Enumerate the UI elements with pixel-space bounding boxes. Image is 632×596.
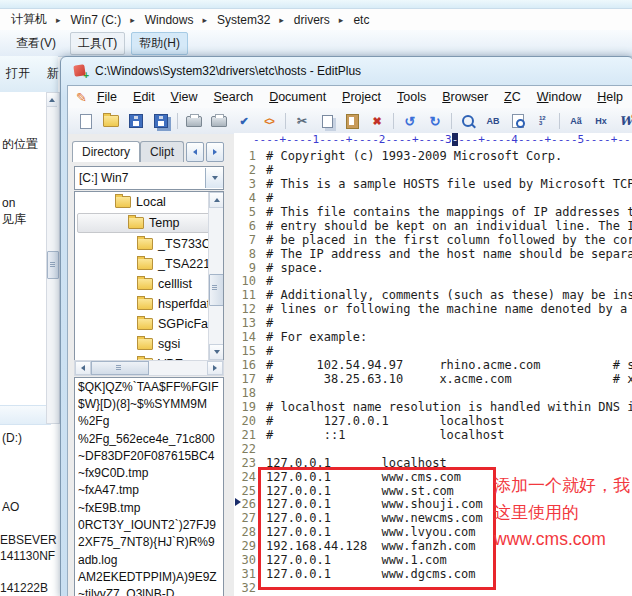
tree-hscrollbar[interactable] xyxy=(74,360,224,376)
menu-item[interactable]: ZC xyxy=(496,88,529,106)
file-item[interactable]: %2Fg xyxy=(75,413,223,430)
scroll-right-button[interactable] xyxy=(207,361,223,375)
folder-tree[interactable]: Local Temp _TS733C.t _TSA221.t celllist … xyxy=(74,191,224,361)
file-item[interactable]: $QK]QZ%`TAA$FF%FGIF xyxy=(75,378,223,395)
editor-line[interactable]: 23127.0.0.1 localhost xyxy=(234,457,632,471)
tree-scrollbar[interactable] xyxy=(208,192,223,360)
tab-scroll-right-button[interactable] xyxy=(206,142,224,162)
editor-line[interactable]: 16# 102.54.94.97 rhino.acme.com # source… xyxy=(234,359,632,373)
menu-tools[interactable]: 工具(T) xyxy=(70,32,125,55)
file-item[interactable]: ~fxA47.tmp xyxy=(75,482,223,499)
menu-item[interactable]: Search xyxy=(206,88,262,106)
editor-line[interactable]: 19# localhost name resolution is handled… xyxy=(234,401,632,415)
scrollbar-thumb[interactable] xyxy=(47,251,59,279)
editor-line[interactable]: 10# xyxy=(234,275,632,289)
hex-view-button[interactable]: Hx xyxy=(589,110,613,133)
save-button[interactable] xyxy=(124,110,148,133)
tree-item-selected[interactable]: Temp xyxy=(77,213,221,233)
breadcrumb-item[interactable]: Win7 (C:) xyxy=(66,12,140,28)
editor-line[interactable]: 21# ::1 localhost xyxy=(234,429,632,443)
file-item[interactable]: AM2EKEDTPPIM)A)9E9Z xyxy=(75,568,223,585)
file-item[interactable]: adb.log xyxy=(75,551,223,568)
tab-directory[interactable]: Directory xyxy=(72,141,140,162)
editor-line[interactable]: 11# Additionally, comments (such as thes… xyxy=(234,289,632,303)
tree-item[interactable]: Local xyxy=(75,192,223,212)
undo-button[interactable]: ↺ xyxy=(398,110,422,133)
breadcrumb-item[interactable]: 计算机 xyxy=(6,10,66,29)
spell-check-button[interactable]: ✔ xyxy=(232,110,256,133)
scroll-up-button[interactable] xyxy=(47,93,57,107)
editor-pane[interactable]: ----+----1----+----2----+----3----+----4… xyxy=(234,133,632,596)
menu-item[interactable]: View xyxy=(163,88,206,106)
save-all-button[interactable] xyxy=(149,110,173,133)
editor-line[interactable]: 7# be placed in the first column followe… xyxy=(234,234,632,248)
find-in-files-button[interactable] xyxy=(506,110,530,133)
file-item[interactable]: ~tjlyyZ7_Q3lNB-D xyxy=(75,586,223,596)
tree-item[interactable]: SGPicFace xyxy=(75,314,223,334)
menu-item[interactable]: File xyxy=(89,88,125,106)
new-document-button[interactable] xyxy=(74,110,98,133)
editor-line[interactable]: 2# xyxy=(234,164,632,178)
file-list[interactable]: $QK]QZ%`TAA$FF%FGIF$W}[D)(8]~$%SYMM9M%2F… xyxy=(74,377,224,596)
menu-item[interactable]: Document xyxy=(261,88,334,106)
scroll-left-button[interactable] xyxy=(75,361,91,375)
editor-line[interactable]: 3# This is a sample HOSTS file used by M… xyxy=(234,178,632,192)
editor-line[interactable]: 22 xyxy=(234,443,632,457)
editor-line[interactable]: 1# Copyright (c) 1993-2009 Microsoft Cor… xyxy=(234,150,632,164)
cut-button[interactable]: ✂ xyxy=(290,110,314,133)
delete-button[interactable]: ✖ xyxy=(365,110,389,133)
paste-button[interactable] xyxy=(340,110,364,133)
editor-line[interactable]: 9# space. xyxy=(234,262,632,276)
menu-view[interactable]: 查看(V) xyxy=(8,32,64,55)
editor-line[interactable]: 13# xyxy=(234,317,632,331)
explorer-scrollbar[interactable] xyxy=(46,92,60,424)
file-item[interactable]: $W}[D)(8]~$%SYMM9M xyxy=(75,395,223,412)
tab-scroll-left-button[interactable] xyxy=(186,142,204,162)
new-folder-button[interactable]: 新 xyxy=(47,65,59,82)
tree-item[interactable]: sgsi xyxy=(75,334,223,354)
copy-button[interactable] xyxy=(315,110,339,133)
breadcrumb-item[interactable]: etc xyxy=(348,12,374,28)
open-button[interactable]: 打开 xyxy=(6,65,30,82)
menu-item[interactable]: Help xyxy=(589,88,631,106)
editor-line[interactable]: 8# The IP address and the host name shou… xyxy=(234,248,632,262)
scroll-up-button[interactable] xyxy=(209,192,224,208)
drive-select[interactable]: [C:] Win7 xyxy=(74,166,224,190)
sort-button[interactable]: 123 xyxy=(531,110,555,133)
editor-line[interactable]: 15# xyxy=(234,345,632,359)
editor-line[interactable]: 17# 38.25.63.10 x.acme.com # x client ho… xyxy=(234,373,632,387)
scroll-down-button[interactable] xyxy=(209,344,224,360)
print-preview-button[interactable] xyxy=(182,110,206,133)
editor-line[interactable]: 5# This file contains the mappings of IP… xyxy=(234,206,632,220)
tree-item[interactable]: _TS733C.t xyxy=(75,234,223,254)
menu-item[interactable]: Browser xyxy=(434,88,496,106)
open-file-button[interactable] xyxy=(99,110,123,133)
menu-item[interactable]: Project xyxy=(334,88,389,106)
find-button[interactable] xyxy=(456,110,480,133)
editor-line[interactable]: 30127.0.0.1 www.1.com xyxy=(234,554,632,568)
editor-line[interactable]: 32 xyxy=(234,582,632,596)
scrollbar-thumb[interactable] xyxy=(91,361,149,375)
menu-item[interactable]: Tools xyxy=(389,88,434,106)
html-toolbar-button[interactable]: <> xyxy=(257,110,281,133)
editor-line[interactable]: 12# lines or following the machine name … xyxy=(234,303,632,317)
tree-item[interactable]: hsperfdat xyxy=(75,294,223,314)
print-button[interactable] xyxy=(207,110,231,133)
replace-button[interactable]: AB xyxy=(481,110,505,133)
editor-line[interactable]: 14# For example: xyxy=(234,331,632,345)
menu-item[interactable]: Window xyxy=(529,88,589,106)
file-item[interactable]: ~fxE9B.tmp xyxy=(75,499,223,516)
file-item[interactable]: 0RCT3Y_IOUNT2`)27FJ9 xyxy=(75,516,223,533)
drive-select-arrow-button[interactable] xyxy=(205,168,223,188)
editor-line[interactable]: 4# xyxy=(234,192,632,206)
editor-line[interactable]: 20# 127.0.0.1 localhost xyxy=(234,415,632,429)
breadcrumb-item[interactable]: System32 xyxy=(212,12,289,28)
file-item[interactable]: 2XF75_7NT8){HJ`R)R%9 xyxy=(75,534,223,551)
file-item[interactable]: ~DF83DF20F087615BC4 xyxy=(75,447,223,464)
scrollbar-thumb[interactable] xyxy=(209,274,224,306)
menu-item[interactable]: Edit xyxy=(125,88,163,106)
breadcrumb-item[interactable]: drivers xyxy=(289,12,349,28)
editor-line[interactable]: 6# entry should be kept on an individual… xyxy=(234,220,632,234)
file-item[interactable]: ~fx9C0D.tmp xyxy=(75,464,223,481)
breadcrumb-item[interactable]: Windows xyxy=(140,12,212,28)
